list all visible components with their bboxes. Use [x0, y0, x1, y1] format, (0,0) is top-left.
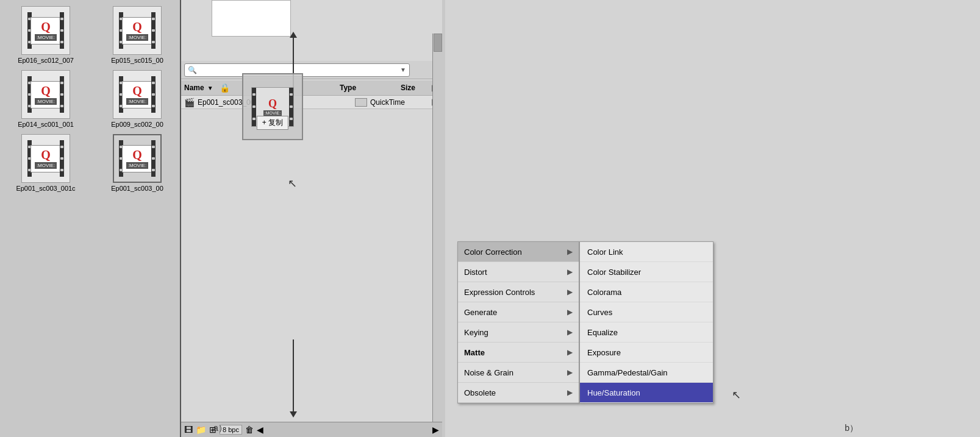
secondary-menu-item-equalize[interactable]: Equalize: [580, 322, 713, 343]
film-hole: [152, 105, 155, 107]
secondary-label-colorama: Colorama: [587, 288, 621, 297]
caption-b: b）: [845, 423, 858, 434]
file-icon-2[interactable]: Q :MOVIE:: [113, 6, 162, 55]
movie-icon-inner-4: Q :MOVIE:: [122, 81, 152, 108]
menu-arrow-generate: ▶: [567, 308, 573, 316]
trash-icon[interactable]: 🗑: [245, 425, 254, 435]
arrow-down: [293, 339, 294, 413]
menu-item-noise-grain[interactable]: Noise & Grain ▶: [458, 363, 579, 383]
file-name-1: Ep016_sc012_007: [18, 57, 74, 64]
movie-q-icon-2: Q :MOVIE:: [126, 20, 148, 41]
secondary-label-equalize: Equalize: [587, 328, 618, 337]
movie-label-bar-2: :MOVIE:: [126, 34, 148, 41]
drag-q-symbol: Q: [268, 98, 277, 110]
film-hole: [60, 41, 63, 43]
scrollbar[interactable]: [432, 34, 442, 422]
file-icon-4[interactable]: Q :MOVIE:: [113, 70, 162, 119]
menu-item-distort[interactable]: Distort ▶: [458, 262, 579, 282]
movie-icon-1: Q :MOVIE:: [27, 12, 64, 49]
left-panel: Q :MOVIE: Ep016_sc012_007: [0, 0, 445, 437]
browser-toolbar: 🔍 ▼: [181, 61, 442, 79]
filmstrip-icon[interactable]: 🎞: [184, 425, 193, 435]
menu-arrow-noise-grain: ▶: [567, 368, 573, 377]
film-hole: [290, 93, 293, 96]
menu-item-color-correction[interactable]: Color Correction ▶: [458, 242, 579, 262]
sort-arrow-icon[interactable]: ▼: [207, 85, 213, 91]
film-hole: [152, 157, 155, 160]
file-item-1[interactable]: Q :MOVIE: Ep016_sc012_007: [6, 6, 85, 64]
file-icon-5[interactable]: Q :MOVIE:: [21, 134, 70, 183]
secondary-menu-item-colorama[interactable]: Colorama: [580, 282, 713, 302]
film-hole: [60, 93, 63, 96]
file-item-3[interactable]: Q :MOVIE: Ep014_sc001_001: [6, 70, 85, 128]
film-hole: [252, 93, 256, 96]
movie-icon-6: Q :MOVIE:: [119, 140, 156, 177]
film-hole: [152, 146, 155, 148]
secondary-label-color-stabilizer: Color Stabilizer: [587, 268, 641, 277]
file-type-icon: 🎬: [184, 98, 195, 107]
film-hole: [152, 18, 155, 20]
file-color-swatch: [355, 98, 367, 107]
file-item-6[interactable]: Q :MOVIE: Ep001_sc003_00: [98, 134, 177, 192]
secondary-label-curves: Curves: [587, 308, 612, 317]
copy-label: + 复制: [257, 116, 288, 130]
movie-label-bar-6: :MOVIE:: [126, 162, 148, 169]
menu-item-label-matte: Matte: [464, 348, 567, 357]
movie-icon-inner-6: Q :MOVIE:: [122, 145, 152, 172]
secondary-label-exposure: Exposure: [587, 348, 621, 357]
secondary-menu-item-hue-saturation[interactable]: Hue/Saturation: [580, 383, 713, 403]
menu-item-obsolete[interactable]: Obsolete ▶: [458, 383, 579, 403]
movie-label-bar-1: :MOVIE:: [35, 34, 57, 41]
menu-arrow-matte: ▶: [567, 348, 573, 357]
menu-arrow-expression-controls: ▶: [567, 288, 573, 296]
file-row-1[interactable]: 🎬 Ep001_sc003_001a.mov QuickTime ⊞: [181, 96, 442, 109]
movie-label-bar-4: :MOVIE:: [126, 98, 148, 105]
column-type-header: Type: [340, 83, 401, 92]
drag-ghost: Q :MOVIE: + 复制: [242, 73, 303, 140]
movie-icon-5: Q :MOVIE:: [27, 140, 64, 177]
file-icon-6[interactable]: Q :MOVIE:: [113, 134, 162, 183]
menu-area: Color Correction ▶ Distort ▶ Expression …: [457, 241, 714, 403]
file-icon-3[interactable]: Q :MOVIE:: [21, 70, 70, 119]
q-symbol: Q: [41, 20, 51, 34]
film-hole: [152, 169, 155, 171]
secondary-menu-item-exposure[interactable]: Exposure: [580, 343, 713, 363]
film-strip-right-2: [151, 12, 156, 49]
forward-icon[interactable]: ▶: [432, 425, 439, 435]
movie-label-bar-5: :MOVIE:: [35, 162, 57, 169]
menu-item-label-expression-controls: Expression Controls: [464, 288, 567, 297]
movie-icon-inner-1: Q :MOVIE:: [30, 17, 61, 44]
movie-q-icon: Q :MOVIE:: [35, 20, 57, 41]
back-icon[interactable]: ◀: [257, 425, 263, 435]
search-icon: 🔍: [188, 66, 197, 74]
file-icon-1[interactable]: Q :MOVIE:: [21, 6, 70, 55]
q-symbol-2: Q: [132, 20, 142, 34]
q-symbol-3: Q: [41, 84, 51, 98]
film-strip-right-3: [60, 76, 64, 113]
menu-item-expression-controls[interactable]: Expression Controls ▶: [458, 282, 579, 302]
menu-item-label-distort: Distort: [464, 268, 567, 277]
secondary-menu-item-curves[interactable]: Curves: [580, 302, 713, 322]
menu-item-generate[interactable]: Generate ▶: [458, 302, 579, 322]
film-hole: [152, 82, 155, 84]
menu-item-label-color-correction: Color Correction: [464, 247, 567, 257]
movie-icon-inner-3: Q :MOVIE:: [30, 81, 61, 108]
menu-item-keying[interactable]: Keying ▶: [458, 322, 579, 343]
secondary-menu-item-color-stabilizer[interactable]: Color Stabilizer: [580, 262, 713, 282]
drag-movie-label: :MOVIE:: [263, 110, 282, 116]
secondary-menu-item-gamma[interactable]: Gamma/Pedestal/Gain: [580, 363, 713, 383]
file-item-5[interactable]: Q :MOVIE: Ep001_sc003_001c: [6, 134, 85, 192]
file-item-4[interactable]: Q :MOVIE: Ep009_sc002_00: [98, 70, 177, 128]
secondary-menu-item-color-link[interactable]: Color Link: [580, 242, 713, 262]
drag-film-left: [252, 88, 256, 126]
movie-q-icon-5: Q :MOVIE:: [35, 148, 57, 169]
folder-icon[interactable]: 📁: [196, 425, 206, 435]
scroll-thumb[interactable]: [434, 34, 442, 52]
movie-icon-2: Q :MOVIE:: [119, 12, 156, 49]
column-size-header: Size: [401, 83, 431, 92]
film-hole: [60, 157, 63, 160]
search-dropdown-icon[interactable]: ▼: [400, 66, 406, 73]
file-item-2[interactable]: Q :MOVIE: Ep015_sc015_00: [98, 6, 177, 64]
menu-item-matte[interactable]: Matte ▶: [458, 343, 579, 363]
secondary-label-hue-saturation: Hue/Saturation: [587, 388, 640, 397]
